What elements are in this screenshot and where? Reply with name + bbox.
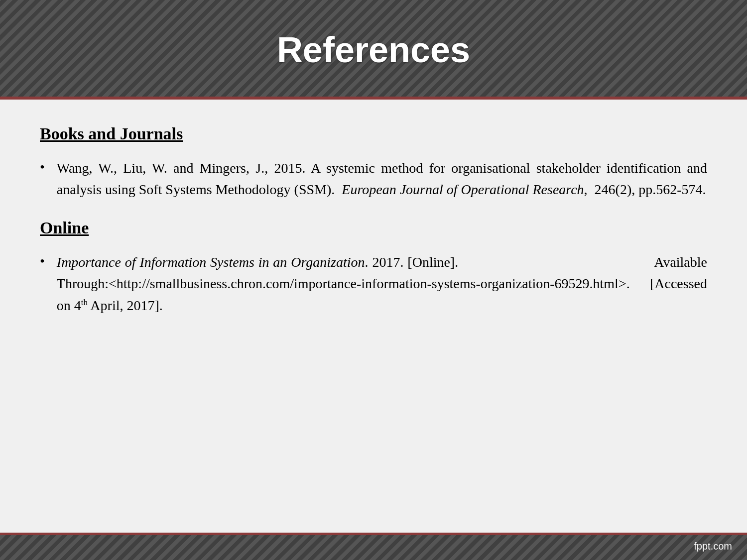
list-item: • Wang, W., Liu, W. and Mingers, J., 201… — [40, 157, 707, 201]
list-item: • Importance of Information Systems in a… — [40, 251, 707, 316]
bullet-icon: • — [40, 253, 45, 269]
footer-brand: fppt.com — [694, 541, 732, 552]
section-online: Online • Importance of Information Syste… — [40, 219, 707, 316]
reference-text-online: Importance of Information Systems in an … — [57, 251, 707, 316]
bullet-icon: • — [40, 159, 45, 175]
header: References — [0, 0, 747, 100]
main-content: Books and Journals • Wang, W., Liu, W. a… — [0, 100, 747, 533]
page-title: References — [277, 29, 470, 70]
section-books-journals: Books and Journals • Wang, W., Liu, W. a… — [40, 124, 707, 201]
section-heading-books: Books and Journals — [40, 124, 707, 143]
footer: fppt.com — [0, 533, 747, 560]
online-list: • Importance of Information Systems in a… — [40, 251, 707, 316]
reference-text-wang: Wang, W., Liu, W. and Mingers, J., 2015.… — [57, 157, 707, 201]
section-heading-online: Online — [40, 219, 707, 237]
books-list: • Wang, W., Liu, W. and Mingers, J., 201… — [40, 157, 707, 201]
